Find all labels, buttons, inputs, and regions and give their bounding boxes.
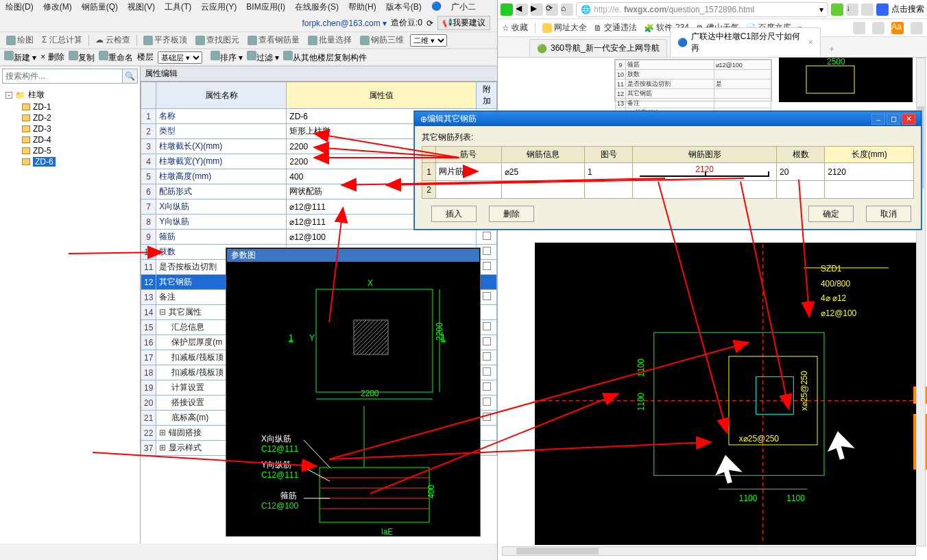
tb-copyfrom[interactable]: 从其他楼层复制构件: [283, 51, 367, 64]
gcol-count[interactable]: 根数: [777, 147, 825, 163]
tree-item-ZD-6[interactable]: ZD-6: [21, 156, 136, 167]
grid-no[interactable]: [436, 181, 502, 199]
menu-rebar[interactable]: 钢筋量(Q): [82, 1, 118, 13]
grid-count[interactable]: [777, 181, 825, 199]
tb-filter[interactable]: 过滤 ▾: [247, 51, 279, 64]
insert-button[interactable]: 插入: [431, 206, 477, 222]
hscroll-thumb[interactable]: [516, 548, 599, 555]
ext1-icon[interactable]: [831, 3, 843, 16]
grid-pic[interactable]: [584, 181, 632, 199]
cancel-button[interactable]: 取消: [866, 206, 911, 222]
bm-a1-icon[interactable]: [872, 22, 884, 34]
checkbox-icon[interactable]: [483, 232, 491, 240]
bm-grid-icon[interactable]: [853, 22, 865, 34]
search-button[interactable]: 点击搜索: [891, 3, 924, 15]
tb-flat[interactable]: 平齐板顶: [141, 34, 189, 47]
menu-online[interactable]: 在线服务(S): [295, 1, 339, 13]
grid-count[interactable]: 20: [777, 163, 825, 181]
tb-sum[interactable]: Σ 汇总计算: [40, 34, 84, 47]
tb-rename[interactable]: 重命名: [99, 51, 133, 64]
prop-row[interactable]: 9箍筋⌀12@100: [141, 230, 497, 245]
bm-a2-icon[interactable]: Aa: [891, 22, 904, 34]
suggest-button[interactable]: 📢我要建议: [437, 16, 490, 30]
menu-tool[interactable]: 工具(T): [165, 1, 191, 13]
tab-2[interactable]: 🔵广联达中柱墩C1部分尺寸如何再×: [670, 27, 821, 57]
checkbox-icon[interactable]: [483, 398, 491, 406]
view-2d-select[interactable]: 二维 ▾: [410, 34, 447, 47]
tb-batch[interactable]: 批量选择: [306, 34, 354, 47]
menu-help[interactable]: 帮助(H): [348, 1, 376, 13]
grid-row[interactable]: 2: [422, 181, 914, 199]
tree-item-ZD-5[interactable]: ZD-5: [21, 145, 136, 156]
menu-assistant[interactable]: 广小二: [451, 1, 476, 13]
floor-select[interactable]: 基础层 ▾: [158, 51, 202, 64]
menu-cloud[interactable]: 云应用(Y): [201, 1, 237, 13]
grid-info[interactable]: ⌀25: [501, 163, 584, 181]
gcol-shape[interactable]: 钢筋图形: [633, 147, 777, 163]
search-input[interactable]: [3, 69, 122, 83]
tb-cloudcheck[interactable]: ☁ 云检查: [93, 34, 132, 47]
checkbox-icon[interactable]: [483, 352, 491, 361]
page-hscroll[interactable]: [502, 546, 916, 556]
tab-add[interactable]: ＋: [823, 41, 840, 57]
tb-copy[interactable]: 复制: [69, 51, 95, 64]
bm-fav[interactable]: ☆收藏: [502, 22, 528, 34]
dialog-min-icon[interactable]: –: [871, 114, 885, 125]
gcol-info[interactable]: 钢筋信息: [501, 147, 584, 163]
grid-shape[interactable]: [633, 181, 777, 199]
grid-info[interactable]: [501, 181, 584, 199]
tab-1[interactable]: 🟢360导航_新一代安全上网导航: [529, 39, 667, 57]
delete-button[interactable]: 删除: [489, 206, 534, 222]
checkbox-icon[interactable]: [483, 337, 491, 345]
checkbox-icon[interactable]: [483, 413, 491, 421]
tab-close-icon[interactable]: ×: [808, 38, 813, 47]
checkbox-icon[interactable]: [483, 382, 491, 391]
tb-draw[interactable]: 绘图: [4, 34, 36, 47]
nav-fwd-icon[interactable]: ▶: [531, 3, 543, 16]
ext2-icon[interactable]: ↓: [846, 3, 858, 16]
tree-item-ZD-1[interactable]: ZD-1: [21, 101, 136, 112]
ext3-icon[interactable]: [861, 3, 874, 16]
refresh-icon[interactable]: ⟳: [426, 19, 433, 28]
tb-new[interactable]: 新建 ▾: [4, 51, 36, 64]
browser-logo-icon[interactable]: [501, 3, 513, 16]
dialog-max-icon[interactable]: ◻: [887, 114, 900, 125]
search-button[interactable]: 🔍: [122, 69, 137, 83]
nav-back-icon[interactable]: ◀: [516, 3, 528, 16]
nav-home-icon[interactable]: ⌂: [561, 3, 573, 16]
menu-view[interactable]: 视图(V): [128, 1, 155, 13]
checkbox-icon[interactable]: [483, 262, 491, 270]
url-dropdown-icon[interactable]: ▾: [819, 5, 823, 14]
user-email[interactable]: forpk.chen@163.com ▾: [302, 19, 387, 28]
tb-find[interactable]: 查找图元: [193, 34, 241, 47]
dialog-titlebar[interactable]: ⊕ 编辑其它钢筋 – ◻ ✕: [415, 112, 921, 126]
grid-row[interactable]: 1网片筋⌀2512120202120: [422, 163, 914, 181]
prop-extra[interactable]: [477, 230, 497, 245]
grid-len[interactable]: 2120: [825, 163, 914, 181]
grid-len[interactable]: [825, 181, 914, 199]
menu-assistant-icon[interactable]: 🔵: [431, 1, 442, 13]
bm-a3-icon[interactable]: [911, 22, 923, 34]
gcol-pic[interactable]: 图号: [584, 147, 632, 163]
prop-value[interactable]: ⌀12@100: [287, 230, 477, 245]
menu-bim[interactable]: BIM应用(I): [246, 1, 285, 13]
ext4-icon[interactable]: [876, 3, 889, 16]
menu-version[interactable]: 版本号(B): [386, 1, 422, 13]
tb-sort[interactable]: 排序 ▾: [210, 51, 243, 64]
ok-button[interactable]: 确定: [808, 206, 854, 222]
bm-sites[interactable]: 网址大全: [542, 22, 587, 34]
address-bar[interactable]: 🌐 http://e.fwxgx.com/question_1572896.ht…: [576, 2, 828, 17]
bm-traffic[interactable]: 🗎交通违法: [594, 22, 637, 34]
gcol-len[interactable]: 长度(mm): [825, 147, 914, 163]
grid-pic[interactable]: 1: [584, 163, 632, 181]
dialog-close-icon[interactable]: ✕: [902, 114, 915, 125]
menu-modify[interactable]: 修改(M): [43, 1, 72, 13]
gcol-no[interactable]: 筋号: [436, 147, 502, 163]
tree-item-ZD-3[interactable]: ZD-3: [21, 123, 136, 134]
grid-no[interactable]: 网片筋: [436, 163, 502, 181]
collapse-icon[interactable]: -: [5, 92, 12, 99]
tb-viewrebar[interactable]: 查看钢筋量: [245, 34, 302, 47]
tree-item-ZD-4[interactable]: ZD-4: [21, 134, 136, 145]
nav-reload-icon[interactable]: ⟳: [546, 3, 558, 16]
checkbox-icon[interactable]: [483, 367, 491, 376]
